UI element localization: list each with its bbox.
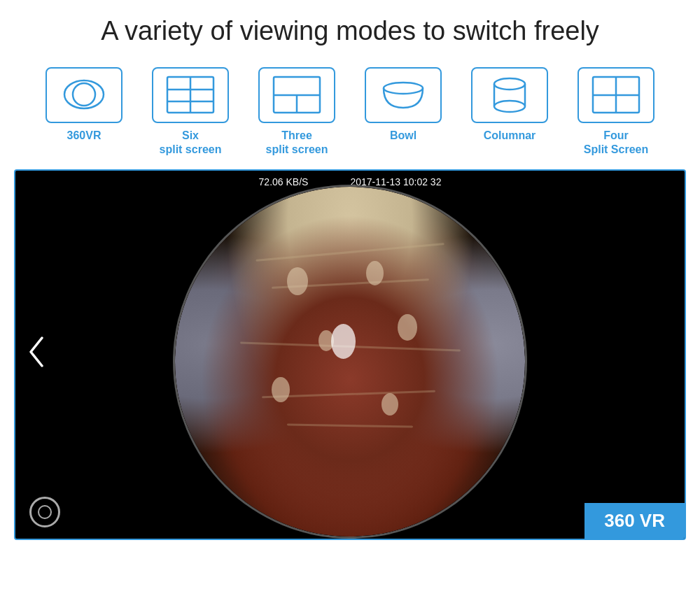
columnar-label: Columnar bbox=[484, 129, 536, 143]
bandwidth-display: 72.06 KB/S bbox=[259, 176, 309, 187]
video-overlay-bar: 72.06 KB/S 2017-11-13 10:02 32 bbox=[259, 176, 442, 187]
bowl-label: Bowl bbox=[390, 129, 416, 143]
360vr-label: 360VR bbox=[67, 129, 102, 143]
svg-point-11 bbox=[494, 101, 525, 112]
vr-badge: 360 VR bbox=[584, 503, 685, 539]
svg-point-10 bbox=[494, 78, 525, 90]
mode-six-split[interactable]: Sixsplit screen bbox=[137, 67, 244, 157]
svg-point-9 bbox=[384, 83, 423, 94]
svg-point-0 bbox=[64, 80, 104, 108]
camera-icon-inner bbox=[38, 505, 52, 519]
three-split-icon-box bbox=[258, 67, 335, 123]
timestamp-display: 2017-11-13 10:02 32 bbox=[350, 176, 441, 187]
360vr-icon bbox=[59, 76, 108, 114]
four-split-icon-box bbox=[578, 67, 654, 123]
svg-point-1 bbox=[73, 83, 95, 106]
three-split-label: Threesplit screen bbox=[266, 129, 328, 157]
four-split-label: FourSplit Screen bbox=[584, 129, 648, 157]
columnar-icon bbox=[485, 76, 534, 114]
columnar-icon-box bbox=[471, 67, 548, 123]
mode-four-split[interactable]: FourSplit Screen bbox=[563, 67, 669, 157]
page-container: A variety of viewing modes to switch fre… bbox=[0, 0, 700, 610]
mode-columnar[interactable]: Columnar bbox=[456, 67, 563, 143]
nav-left-button[interactable] bbox=[27, 335, 46, 374]
six-split-icon bbox=[166, 76, 215, 114]
mode-360vr[interactable]: 360VR bbox=[31, 67, 137, 143]
bowl-icon bbox=[379, 76, 428, 114]
fisheye-view bbox=[175, 187, 525, 537]
six-split-label: Sixsplit screen bbox=[160, 129, 222, 157]
three-split-icon bbox=[272, 76, 321, 114]
mode-three-split[interactable]: Threesplit screen bbox=[244, 67, 350, 157]
office-details bbox=[192, 204, 507, 519]
modes-bar: 360VR Sixsplit screen bbox=[0, 60, 700, 164]
four-split-icon bbox=[592, 76, 640, 114]
mode-bowl[interactable]: Bowl bbox=[350, 67, 456, 143]
six-split-icon-box bbox=[152, 67, 229, 123]
360vr-icon-box bbox=[46, 67, 122, 123]
video-section: 72.06 KB/S 2017-11-13 10:02 32 bbox=[14, 169, 686, 540]
page-title: A variety of viewing modes to switch fre… bbox=[87, 0, 613, 60]
camera-icon[interactable] bbox=[29, 497, 60, 527]
bowl-icon-box bbox=[365, 67, 442, 123]
